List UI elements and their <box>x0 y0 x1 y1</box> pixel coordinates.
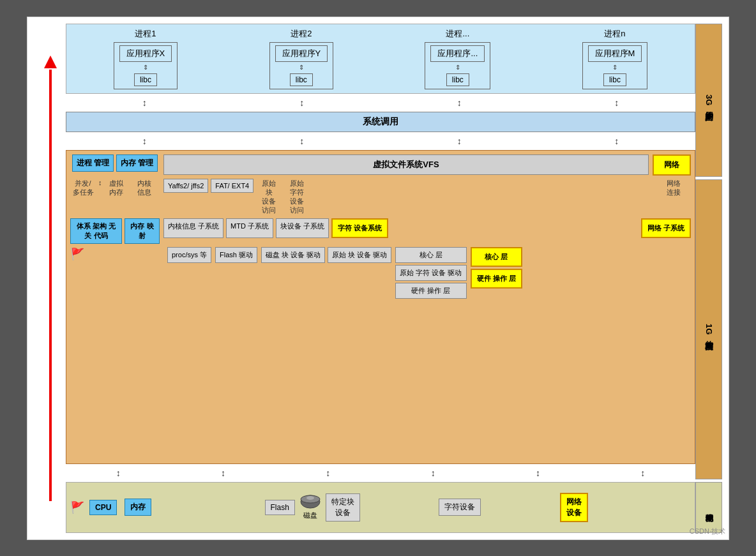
app-box-2: 应用程序Y <box>275 45 328 62</box>
libc-box-2: libc <box>290 73 313 86</box>
block-dev-subsys: 块设备 子系统 <box>276 218 329 238</box>
process-col-2: 进程2 应用程序Y ⇕ libc <box>269 28 334 89</box>
arr2: ↕ <box>299 98 304 108</box>
process-box-1: 应用程序X ⇕ libc <box>114 42 178 89</box>
flag-icon-2: 🚩 <box>70 500 84 515</box>
arr12: ↕ <box>431 468 435 478</box>
left-labels: 并发/多任务 ↕ 虚拟内存 内核信息 <box>70 179 160 197</box>
char-dev-subsys: 字符 设备系统 <box>331 218 388 238</box>
arr4: ↕ <box>614 98 619 108</box>
raw-block-driver: 原始 块 设备 驱动 <box>328 247 391 263</box>
center-content: 进程1 应用程序X ⇕ libc 进程2 应用程序Y ⇕ libc <box>66 24 695 533</box>
process-col-1: 进程1 应用程序X ⇕ libc <box>114 28 178 89</box>
cpu-box: CPU <box>89 500 117 515</box>
libc-box-3: libc <box>446 73 469 86</box>
flag-icon-1: 🚩 <box>70 247 83 261</box>
process-col-4: 进程n 应用程序M ⇕ libc <box>582 28 648 89</box>
left-arrow-area <box>34 24 66 533</box>
raw-char-label: 原始字符设备访问 <box>284 179 310 215</box>
network-dev-box: 网络设备 <box>560 493 588 522</box>
sidebar-1g: 1G的内核空间 <box>695 179 722 479</box>
syscall-bar: 系统调用 <box>66 112 695 132</box>
process-box-2: 应用程序Y ⇕ libc <box>269 42 334 89</box>
arr5: ↕ <box>142 136 147 146</box>
arr-v1: ↕ <box>98 179 101 197</box>
red-arrow <box>47 56 54 501</box>
hw-op-layer-net: 硬件 操作 层 <box>471 269 522 289</box>
arrow-line <box>49 70 52 501</box>
network-conn-label: 网络连接 <box>656 179 691 197</box>
sidebar-3g: 3G的用户空间 <box>695 24 722 177</box>
sidebar-3g-label: 3G的用户空间 <box>703 94 714 105</box>
raw-block-label: 原始块设备访问 <box>256 179 282 215</box>
libc-box-1: libc <box>134 73 157 86</box>
fs-boxes: Yaffs2/ jffs2 FAT/ EXT4 原始块设备访问 原始字符设备访问 <box>163 179 652 215</box>
watermark: CSDN·技术 <box>690 527 725 536</box>
app-box-4: 应用程序M <box>588 45 642 62</box>
arr8: ↕ <box>614 136 619 146</box>
libc-box-4: libc <box>603 73 626 86</box>
arr7: ↕ <box>457 136 462 146</box>
process-box-4: 应用程序M ⇕ libc <box>582 42 648 89</box>
core-layer-net: 核心 层 <box>471 247 522 267</box>
yaffs-box: Yaffs2/ jffs2 <box>163 179 208 193</box>
process-col-3: 进程... 应用程序... ⇕ libc <box>425 28 490 89</box>
conn-arrows-1: ↕ ↕ ↕ ↕ <box>66 96 695 109</box>
svg-point-2 <box>306 496 314 500</box>
arr1: ↕ <box>142 98 147 108</box>
disk-icon-box: 磁盘 <box>300 494 321 520</box>
mgmt-row: 进程 管理 内存 管理 <box>72 154 158 172</box>
process-label-4: 进程n <box>604 28 625 40</box>
arr9: ↕ <box>116 468 121 478</box>
fat-box: FAT/ EXT4 <box>211 179 253 193</box>
sidebar-physical: 物理地址空间 <box>695 482 722 533</box>
disk-block-driver: 磁盘 块 设备 驱动 <box>261 247 325 263</box>
hw-op-layer-block: 硬件 操作 层 <box>395 283 466 299</box>
mem-label: 内存 <box>130 502 146 511</box>
network-box: 网络 <box>653 154 691 176</box>
process-label-3: 进程... <box>446 28 469 40</box>
parallel-label: 并发/多任务 <box>70 179 96 197</box>
vfs-box: 虚拟文件系统VFS <box>163 154 649 175</box>
cpu-label: CPU <box>95 503 111 512</box>
core-layer-block: 核心 层 <box>395 247 466 263</box>
left-arch: 体系 架构 无关 代码 内存 映射 <box>70 218 160 244</box>
kernel-row-4: 🚩 proc/sys 等 Flash 驱动 磁盘 块 设备 驱动 原始 块 设备… <box>70 247 691 299</box>
arr11: ↕ <box>326 468 330 478</box>
net-layers: 核心 层 硬件 操作 层 <box>471 247 522 289</box>
virtual-mem-label: 虚拟内存 <box>103 179 129 197</box>
subsys-row: 内核信息 子系统 MTD 子系统 块设备 子系统 字符 设备系统 <box>163 218 637 238</box>
arr14: ↕ <box>640 468 645 478</box>
kernel-row-1: 进程 管理 内存 管理 虚拟文件系统VFS 网络 <box>70 154 691 176</box>
arrow-ud-4: ⇕ <box>612 64 617 71</box>
kernel-row-2: 并发/多任务 ↕ 虚拟内存 内核信息 Yaffs2/ jffs2 FAT/ EX… <box>70 179 691 215</box>
arr13: ↕ <box>536 468 540 478</box>
kernel-info-label: 内核信息 <box>132 179 157 197</box>
process-box-3: 应用程序... ⇕ libc <box>425 42 490 89</box>
kernel-info-subsys: 内核信息 子系统 <box>163 218 223 238</box>
physical-layer: 🚩 CPU 内存 Flash 磁盘 特定块设备 字符设备 网络设备 <box>66 482 695 533</box>
process-mgmt-box: 进程 管理 <box>72 154 114 172</box>
kernel-row-3: 体系 架构 无关 代码 内存 映射 内核信息 子系统 MTD 子系统 块设备 子… <box>70 218 691 244</box>
process-label-1: 进程1 <box>135 28 156 40</box>
app-box-3: 应用程序... <box>430 45 485 62</box>
mem-map-box: 内存 映射 <box>125 218 160 244</box>
mtd-subsys: MTD 子系统 <box>226 218 273 238</box>
process-label-2: 进程2 <box>291 28 312 40</box>
app-box-1: 应用程序X <box>119 45 172 62</box>
right-sidebar: 3G的用户空间 1G的内核空间 物理地址空间 <box>695 24 722 533</box>
proc-sys-box: proc/sys 等 <box>167 247 211 263</box>
arr10: ↕ <box>221 468 225 478</box>
arch-code-box: 体系 架构 无关 代码 <box>70 218 122 244</box>
arrow-ud-1: ⇕ <box>143 64 148 71</box>
sidebar-1g-label: 1G的内核空间 <box>703 324 714 334</box>
raw-char-driver-box: 原始 字符 设备 驱动 <box>395 265 466 281</box>
arrow-ud-2: ⇕ <box>299 64 304 71</box>
mem-box: 内存 <box>125 499 151 516</box>
special-block-box: 特定块设备 <box>326 493 360 522</box>
network-subsys: 网络 子系统 <box>641 218 691 238</box>
disk-svg <box>300 494 321 509</box>
process-row: 进程1 应用程序X ⇕ libc 进程2 应用程序Y ⇕ libc <box>70 28 691 89</box>
disk-raw-drivers: 磁盘 块 设备 驱动 原始 块 设备 驱动 <box>261 247 391 263</box>
left-mgmt: 进程 管理 内存 管理 <box>70 154 160 172</box>
